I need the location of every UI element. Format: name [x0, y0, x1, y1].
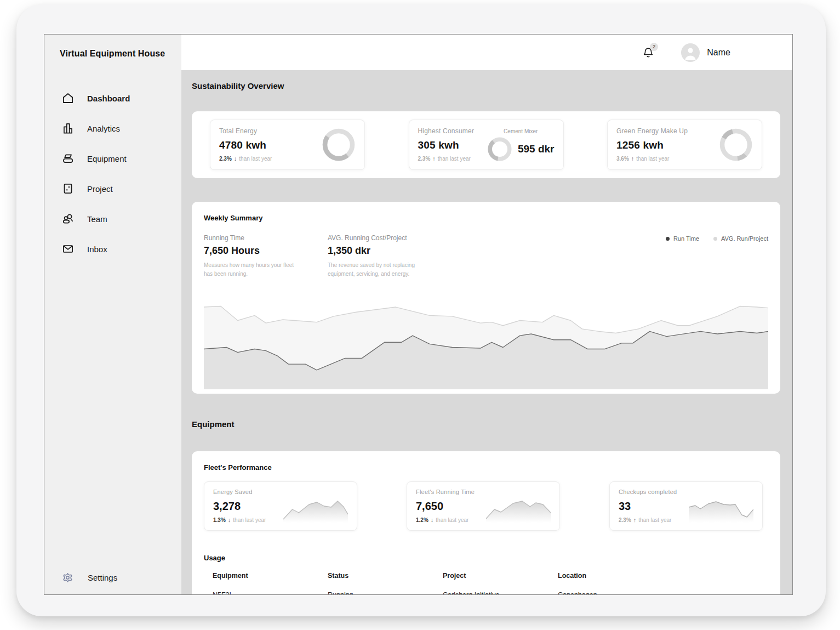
sidebar-item-project[interactable]: Project [44, 180, 181, 197]
notifications-button[interactable]: 2 [641, 45, 656, 60]
highest-consumer-donut [487, 137, 512, 162]
project-doc-icon [61, 181, 75, 196]
sidebar-item-label: Equipment [87, 154, 127, 163]
sidebar-item-label: Project [87, 184, 113, 194]
card-value: 305 kwh [418, 139, 475, 151]
arrow-up-icon: ↑ [633, 517, 637, 523]
bar-chart-icon [61, 121, 75, 135]
fleet-running-time-card: Fleet's Running Time 7,650 1.2% ↓ than l… [407, 481, 560, 531]
energy-saved-sparkline [283, 495, 348, 523]
weekly-summary-card: Weekly Summary Running Time 7,650 Hours … [192, 202, 780, 394]
sidebar-item-label: Team [87, 214, 107, 224]
legend-run-time: Run Time [666, 235, 699, 242]
weekly-area-chart [204, 305, 768, 389]
checkups-sparkline [689, 495, 753, 523]
total-energy-donut [322, 128, 356, 162]
legend-dot-light [713, 237, 717, 241]
team-icon [61, 212, 75, 226]
sidebar-item-analytics[interactable]: Analytics [44, 120, 181, 137]
arrow-up-icon: ↑ [432, 155, 436, 162]
app-title: Virtual Equipment House [44, 35, 181, 59]
weekly-summary-title: Weekly Summary [204, 214, 768, 222]
cell-project: Carlsberg Initiative [443, 591, 558, 594]
usage-table-row[interactable]: N5F2I Running Carlsberg Initiative Copen… [204, 591, 768, 594]
equipment-icon [61, 151, 75, 166]
card-delta: 1.2% ↓ than last year [416, 517, 475, 523]
sidebar-item-label: Inbox [87, 245, 107, 254]
consumer-cost-value: 595 dkr [518, 143, 555, 155]
sidebar-item-equipment[interactable]: Equipment [44, 150, 181, 167]
legend-avg-run: AVG. Run/Project [713, 235, 768, 242]
avg-cost-stat: AVG. Running Cost/Project 1,350 dkr The … [328, 234, 452, 278]
column-header: Status [328, 572, 443, 580]
fleet-running-sparkline [486, 495, 551, 523]
arrow-down-icon: ↓ [234, 155, 237, 162]
card-label: Highest Consumer [418, 127, 475, 135]
total-energy-card: Total Energy 4780 kwh 2.3% ↓ than last y… [210, 120, 365, 170]
energy-saved-card: Energy Saved 3,278 1.3% ↓ than last year [204, 481, 357, 531]
arrow-up-icon: ↑ [631, 155, 635, 162]
card-label: Total Energy [219, 127, 272, 135]
sidebar-item-label: Settings [88, 573, 117, 582]
equipment-card: Fleet's Performance Energy Saved 3,278 1… [192, 451, 780, 594]
sidebar-item-label: Analytics [87, 124, 120, 133]
home-icon [61, 91, 75, 105]
sidebar-item-dashboard[interactable]: Dashboard [44, 89, 181, 107]
topbar: 2 Name [181, 35, 792, 70]
column-header: Equipment [213, 572, 328, 580]
person-icon [681, 43, 700, 62]
chart-legend: Run Time AVG. Run/Project [666, 235, 768, 242]
sidebar-item-inbox[interactable]: Inbox [44, 240, 181, 258]
fleet-performance-title: Fleet's Performance [204, 463, 768, 472]
main-content: Sustainability Overview Total Energy 478… [181, 70, 792, 594]
cell-equipment: N5F2I [213, 591, 328, 594]
card-label: Green Energy Make Up [616, 127, 688, 135]
sidebar-item-settings[interactable]: Settings [44, 571, 117, 584]
checkups-completed-card: Checkups completed 33 2.3% ↑ than last y… [609, 481, 763, 531]
usage-table: Equipment Status Project Location N5F2I … [204, 572, 768, 594]
gear-icon [61, 571, 75, 584]
column-header: Location [558, 572, 768, 580]
sidebar-item-team[interactable]: Team [44, 210, 181, 228]
sidebar: Virtual Equipment House Dashboard Analyt… [44, 35, 181, 594]
notification-badge: 2 [650, 43, 658, 51]
highest-consumer-card: Highest Consumer 305 kwh 2.3% ↑ than las… [409, 120, 564, 170]
card-delta: 2.3% ↑ than last year [619, 517, 677, 523]
cell-status: Running [328, 591, 443, 594]
card-delta: 2.3% ↑ than last year [418, 155, 475, 162]
usage-title: Usage [204, 554, 768, 562]
column-header: Project [443, 572, 558, 580]
green-energy-card: Green Energy Make Up 1256 kwh 3.6% ↑ tha… [607, 120, 762, 170]
running-time-stat: Running Time 7,650 Hours Measures how ma… [204, 234, 328, 278]
legend-dot-dark [666, 237, 670, 241]
arrow-down-icon: ↓ [431, 517, 434, 523]
inbox-envelope-icon [61, 242, 75, 256]
section-title-sustainability: Sustainability Overview [192, 81, 780, 90]
card-delta: 1.3% ↓ than last year [213, 517, 266, 523]
sidebar-nav: Dashboard Analytics Equipment [44, 89, 181, 258]
usage-table-header: Equipment Status Project Location [204, 572, 768, 580]
user-avatar[interactable] [681, 43, 700, 62]
card-value: 1256 kwh [616, 139, 688, 151]
user-name[interactable]: Name [707, 48, 730, 58]
fleet-cards-row: Energy Saved 3,278 1.3% ↓ than last year [204, 481, 768, 531]
card-delta: 3.6% ↑ than last year [616, 155, 688, 162]
sustainability-cards-strip: Total Energy 4780 kwh 2.3% ↓ than last y… [192, 111, 780, 178]
sidebar-item-label: Dashboard [87, 94, 130, 103]
section-title-equipment: Equipment [192, 419, 780, 429]
consumer-name-label: Cement Mixer [504, 128, 538, 134]
cell-location: Copenhagen [558, 591, 768, 594]
app-window: Virtual Equipment House Dashboard Analyt… [44, 34, 793, 595]
arrow-down-icon: ↓ [228, 517, 231, 523]
card-value: 4780 kwh [219, 139, 272, 151]
green-energy-donut [719, 128, 753, 162]
device-frame: Virtual Equipment House Dashboard Analyt… [16, 4, 826, 616]
card-delta: 2.3% ↓ than last year [219, 155, 272, 162]
